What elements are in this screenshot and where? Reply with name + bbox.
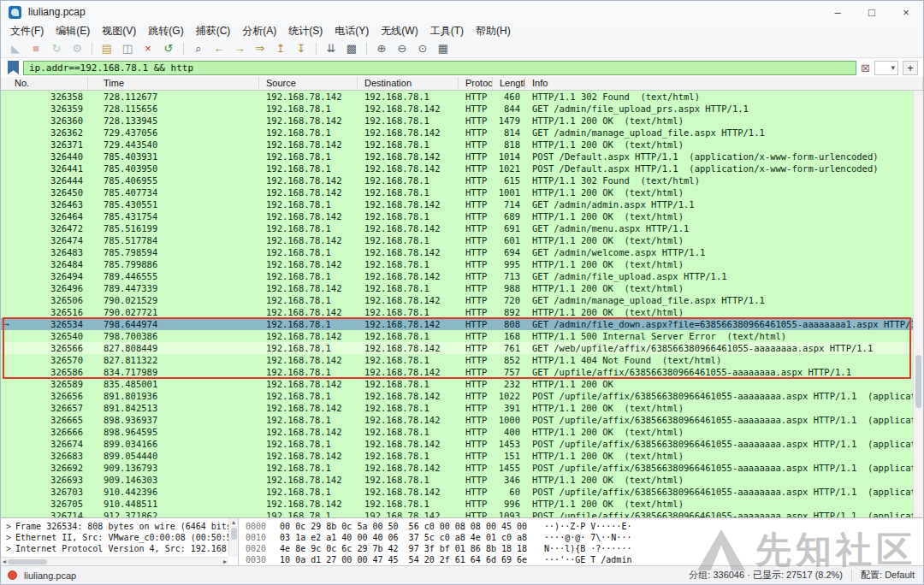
capture-options-icon[interactable]: ⚙ [68, 40, 86, 57]
maximize-button[interactable]: □ [855, 1, 889, 23]
capture-stop-icon[interactable]: ■ [27, 40, 45, 57]
expert-info-icon[interactable] [8, 570, 17, 580]
column-header-dst[interactable]: Destination [358, 77, 459, 90]
go-to-packet-icon[interactable]: ⇒ [251, 40, 270, 57]
packet-row[interactable]: 326683899.054440192.168.78.142192.168.78… [1, 450, 913, 462]
packet-row[interactable]: 326657891.842513192.168.78.142192.168.78… [1, 402, 913, 414]
status-profile[interactable]: 配置: Default [861, 569, 915, 582]
packet-row[interactable]: 326540798.700386192.168.78.142192.168.78… [1, 330, 913, 342]
details-hscrollbar[interactable]: ◂ ▸ [1, 557, 228, 565]
packet-row[interactable]: 326705910.448511192.168.78.142192.168.78… [1, 498, 913, 510]
packet-row[interactable]: 326444785.406955192.168.78.142192.168.78… [1, 174, 913, 186]
packet-row[interactable]: 326371729.443540192.168.78.142192.168.78… [1, 139, 913, 151]
scroll-up-icon[interactable]: ▴ [232, 518, 235, 526]
column-header-time[interactable]: Time [88, 77, 259, 90]
close-button[interactable]: × [889, 1, 923, 23]
reload-file-icon[interactable]: ↺ [159, 40, 178, 57]
menu-item-2[interactable]: 视图(V) [96, 24, 142, 38]
packet-row[interactable]: 326450785.407734192.168.78.142192.168.78… [1, 186, 913, 198]
capture-start-icon[interactable]: ◣ [6, 40, 25, 57]
packet-list-scrollbar[interactable] [913, 91, 923, 517]
go-last-icon[interactable]: ↧ [292, 40, 311, 57]
minimize-button[interactable]: – [820, 1, 855, 23]
menu-item-0[interactable]: 文件(F) [4, 24, 50, 38]
resize-columns-icon[interactable]: ▦ [434, 40, 453, 57]
menu-item-10[interactable]: 帮助(H) [470, 24, 517, 38]
packet-row[interactable]: 326674899.034166192.168.78.1192.168.78.1… [1, 438, 913, 450]
filter-clear-icon[interactable]: ⊠ [861, 61, 870, 75]
column-header-info[interactable]: Info [525, 77, 923, 90]
packet-row[interactable]: 326359728.115656192.168.78.1192.168.78.1… [1, 103, 913, 115]
packet-row[interactable]: 326496789.447339192.168.78.142192.168.78… [1, 282, 913, 294]
zoom-reset-icon[interactable]: ⊙ [413, 40, 432, 57]
bookmark-icon[interactable] [8, 61, 19, 74]
go-forward-icon[interactable]: → [230, 40, 249, 57]
go-first-icon[interactable]: ↥ [271, 40, 290, 57]
packet-row[interactable]: 326506790.021529192.168.78.1192.168.78.1… [1, 294, 913, 306]
column-header-no[interactable]: No. [13, 77, 88, 90]
menu-item-9[interactable]: 工具(T) [424, 24, 470, 38]
go-back-icon[interactable]: ← [210, 40, 228, 57]
hex-line[interactable]: 00204e 8e 9c 0c 6c 29 7b 42 97 3f bf 01 … [246, 543, 923, 554]
menu-item-1[interactable]: 编辑(E) [50, 24, 96, 38]
column-header-proto[interactable]: Protocol [459, 77, 493, 90]
packet-row[interactable]: 326586834.717989192.168.78.1192.168.78.1… [1, 366, 913, 378]
packet-row[interactable]: 326494789.446555192.168.78.1192.168.78.1… [1, 270, 913, 282]
column-header-src[interactable]: Source [259, 77, 358, 90]
menu-item-8[interactable]: 无线(W) [375, 24, 424, 38]
details-vscroll-thumb[interactable] [231, 528, 237, 540]
packet-row[interactable]: 326692909.136793192.168.78.1192.168.78.1… [1, 462, 913, 474]
hex-line[interactable]: 001003 1a e2 a1 40 00 40 06 37 5c c0 a8 … [246, 532, 923, 543]
packet-row[interactable]: 326656891.801936192.168.78.1192.168.78.1… [1, 390, 913, 402]
packet-row[interactable]: 326463785.430551192.168.78.1192.168.78.1… [1, 198, 913, 210]
packet-row[interactable]: 326666898.964595192.168.78.142192.168.78… [1, 426, 913, 438]
hex-line[interactable]: 000000 0c 29 8b 0c 5a 00 50 56 c0 00 08 … [246, 521, 923, 532]
packet-row[interactable]: 326484785.799886192.168.78.142192.168.78… [1, 258, 913, 270]
menu-item-3[interactable]: 跳转(G) [142, 24, 189, 38]
zoom-in-icon[interactable]: ⊕ [372, 40, 391, 57]
packet-row[interactable]: 326516790.027721192.168.78.142192.168.78… [1, 306, 913, 318]
close-file-icon[interactable]: × [139, 40, 157, 57]
scroll-right-icon[interactable]: ▸ [223, 558, 227, 565]
detail-line[interactable]: >Internet Protocol Version 4, Src: 192.1… [6, 543, 238, 554]
packet-row[interactable]: 326693909.146303192.168.78.142192.168.78… [1, 474, 913, 486]
detail-line[interactable]: >Ethernet II, Src: VMware_c0:00:08 (00:5… [6, 532, 238, 543]
packet-row[interactable]: 326483785.798594192.168.78.1192.168.78.1… [1, 246, 913, 258]
menu-item-6[interactable]: 统计(S) [282, 24, 329, 38]
scrollbar-thumb[interactable] [915, 355, 921, 408]
expander-icon[interactable]: > [6, 544, 11, 553]
filter-dropdown[interactable]: ▾ [874, 61, 898, 75]
packet-row[interactable]: 326703910.442396192.168.78.1192.168.78.1… [1, 486, 913, 498]
filter-add-button[interactable]: + [903, 61, 918, 75]
packet-row[interactable]: 326440785.403931192.168.78.1192.168.78.1… [1, 151, 913, 162]
packet-row[interactable]: 326714912.371862192.168.78.1192.168.78.1… [1, 510, 913, 517]
menu-item-5[interactable]: 分析(A) [236, 24, 282, 38]
colorize-icon[interactable]: ▩ [342, 40, 361, 57]
packet-row[interactable]: 326362729.437056192.168.78.1192.168.78.1… [1, 127, 913, 139]
packet-row[interactable]: 326358728.112677192.168.78.142192.168.78… [1, 91, 913, 103]
packet-row[interactable]: 326589835.485001192.168.78.142192.168.78… [1, 378, 913, 390]
capture-restart-icon[interactable]: ↻ [47, 40, 66, 57]
packet-row[interactable]: 326566827.808449192.168.78.1192.168.78.1… [1, 342, 913, 354]
display-filter-input[interactable] [23, 61, 856, 75]
scroll-left-icon[interactable]: ◂ [3, 558, 6, 565]
expander-icon[interactable]: > [6, 533, 11, 542]
packet-row[interactable]: 326472785.516199192.168.78.1192.168.78.1… [1, 222, 913, 234]
packet-row[interactable]: →326534798.644974192.168.78.1192.168.78.… [1, 318, 913, 330]
details-hscroll-thumb[interactable] [8, 559, 47, 564]
menu-item-7[interactable]: 电话(Y) [329, 24, 375, 38]
packet-row[interactable]: 326570827.811322192.168.78.142192.168.78… [1, 354, 913, 366]
expander-icon[interactable]: > [6, 522, 11, 531]
auto-scroll-icon[interactable]: ⇊ [322, 40, 341, 57]
menu-item-4[interactable]: 捕获(C) [190, 24, 237, 38]
open-file-icon[interactable]: ▤ [98, 40, 116, 57]
packet-row[interactable]: 326441785.403950192.168.78.1192.168.78.1… [1, 162, 913, 174]
zoom-out-icon[interactable]: ⊖ [393, 40, 412, 57]
packet-row[interactable]: 326360728.133945192.168.78.142192.168.78… [1, 115, 913, 127]
packet-row[interactable]: 326474785.517784192.168.78.142192.168.78… [1, 234, 913, 246]
packet-row[interactable]: 326464785.431754192.168.78.142192.168.78… [1, 210, 913, 222]
save-file-icon[interactable]: ◫ [118, 40, 137, 57]
details-vscrollbar[interactable]: ▴ [228, 518, 238, 557]
column-header-len[interactable]: Length [493, 77, 525, 90]
detail-line[interactable]: >Frame 326534: 808 bytes on wire (6464 b… [6, 521, 238, 532]
